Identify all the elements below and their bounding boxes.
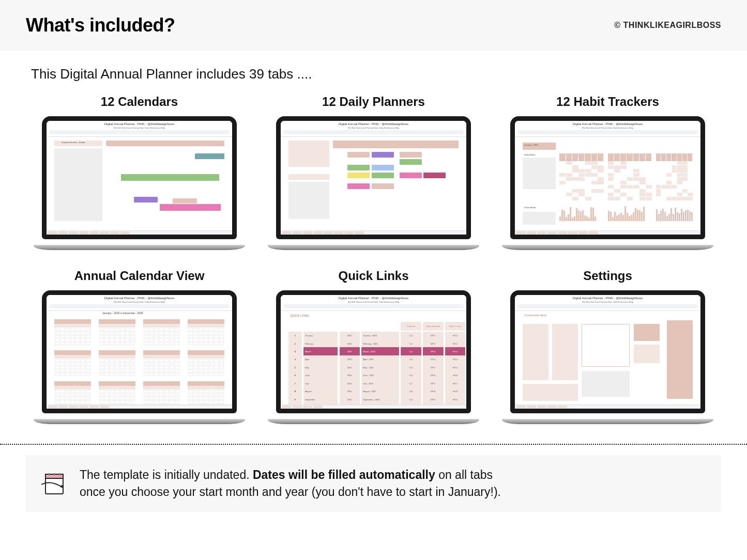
mini-calendar <box>188 381 225 405</box>
svg-point-4 <box>59 474 60 475</box>
toolbar <box>517 304 697 308</box>
habit-grid <box>559 161 604 200</box>
sheet-body: Quick Links CalendarDaily ScheduleHabit … <box>281 311 466 405</box>
habit-grid <box>608 161 652 200</box>
menu-bar: File Edit View Insert Format Data Tools … <box>517 301 697 303</box>
habit-section1: Daily Habits <box>524 153 535 156</box>
sheets-chrome: Digital Annual Planner - PINK - @thinkli… <box>515 121 700 137</box>
habit-section2: Other Habits <box>524 206 536 209</box>
laptop: Digital Annual Planner - PINK - @thinkli… <box>34 116 245 250</box>
mini-calendar <box>188 319 225 346</box>
sheet-tabs <box>47 230 232 235</box>
quicklinks-row: 5May2025May - 2025C-5DP-5HT-5 <box>288 363 459 371</box>
sheets-chrome: Digital Annual Planner - PINK - @thinkli… <box>515 295 700 311</box>
sheet-tabs <box>281 230 466 235</box>
sheets-chrome: Digital Annual Planner - PINK - @thinkli… <box>47 121 232 137</box>
laptop: Digital Annual Planner - PINK - @thinkli… <box>34 290 245 424</box>
card-annual: Annual Calendar View Digital Annual Plan… <box>34 269 245 424</box>
notepad-icon <box>40 469 69 498</box>
mini-calendar <box>143 381 180 405</box>
doc-title: Digital Annual Planner - PINK - @thinkli… <box>283 122 463 126</box>
doc-title: Digital Annual Planner - PINK - @thinkli… <box>49 122 229 126</box>
footer-text: The template is initially undated. Dates… <box>80 466 501 501</box>
sidebar-header: Important Events - Sorted <box>62 141 85 144</box>
doc-title: Digital Annual Planner - PINK - @thinkli… <box>283 297 463 300</box>
card-title: Annual Calendar View <box>34 269 245 283</box>
mini-calendar <box>143 319 180 346</box>
quicklinks-row: 3March2025March - 2025C-3DP-3HT-3 <box>288 347 459 355</box>
page-title: What's included? <box>26 14 175 36</box>
card-settings: Settings Digital Annual Planner - PINK -… <box>502 269 713 424</box>
page-header: What's included? © THINKLIKEAGIRLBOSS <box>0 0 747 51</box>
card-calendars: 12 Calendars Digital Annual Planner - PI… <box>34 95 245 250</box>
card-title: 12 Habit Trackers <box>502 95 713 109</box>
menu-bar: File Edit View Insert Format Data Tools … <box>517 127 697 129</box>
menu-bar: File Edit View Insert Format Data Tools … <box>283 301 463 303</box>
footer-line2: once you choose your start month and yea… <box>80 485 501 499</box>
card-title: Settings <box>502 269 713 283</box>
sheets-chrome: Digital Annual Planner - PINK - @thinkli… <box>281 121 466 137</box>
mini-calendar <box>143 350 180 377</box>
toolbar <box>49 304 229 308</box>
habit-chart <box>656 204 693 221</box>
mini-calendar <box>54 319 92 346</box>
habit-chart <box>559 204 604 221</box>
menu-bar: File Edit View Insert Format Data Tools … <box>49 301 229 303</box>
laptop: Digital Annual Planner - PINK - @thinkli… <box>502 290 713 424</box>
laptop: Digital Annual Planner - PINK - @thinkli… <box>268 116 479 250</box>
quicklinks-row: 2February2025February - 2025C-2DP-2HT-2 <box>288 339 459 348</box>
svg-point-3 <box>54 474 55 475</box>
toolbar <box>283 304 463 308</box>
sheet-body: January - 2025 to December - 2025 <box>47 311 232 405</box>
sheet-tabs <box>515 405 700 409</box>
doc-title: Digital Annual Planner - PINK - @thinkli… <box>517 122 697 126</box>
cards-grid: 12 Calendars Digital Annual Planner - PI… <box>0 95 747 424</box>
sheet-body: January - 2025 Daily Habits Other Habits <box>515 137 700 230</box>
copyright: © THINKLIKEAGIRLBOSS <box>614 21 721 30</box>
sheet-body <box>281 137 466 230</box>
sheets-chrome: Digital Annual Planner - PINK - @thinkli… <box>47 295 232 311</box>
habit-chart <box>608 204 652 221</box>
quicklinks-row: 6June2025June - 2025C-6DP-6HT-6 <box>288 371 459 380</box>
settings-heading: Customize Here <box>524 314 546 317</box>
doc-title: Digital Annual Planner - PINK - @thinkli… <box>517 297 697 300</box>
menu-bar: File Edit View Insert Format Data Tools … <box>49 127 229 129</box>
mini-calendar <box>188 350 225 377</box>
card-daily: 12 Daily Planners Digital Annual Planner… <box>268 95 479 250</box>
laptop: Digital Annual Planner - PINK - @thinkli… <box>268 290 479 424</box>
menu-bar: File Edit View Insert Format Data Tools … <box>283 127 463 129</box>
sheet-body: Important Events - Sorted <box>47 137 232 230</box>
doc-title: Digital Annual Planner - PINK - @thinkli… <box>49 297 229 300</box>
sheet-tabs <box>47 405 232 409</box>
quicklinks-row: 8August2025August - 2025C-8DP-8HT-8 <box>288 387 459 395</box>
quicklinks-row: 10October2025October - 2025C-10DP-10HT-1… <box>288 403 459 405</box>
quicklinks-row: 7July2025July - 2025C-7DP-7HT-7 <box>288 379 459 387</box>
footer-note: The template is initially undated. Dates… <box>26 455 721 512</box>
footer-post: on all tabs <box>435 468 493 481</box>
footer-bold: Dates will be filled automatically <box>253 468 435 481</box>
subtitle: This Digital Annual Planner includes 39 … <box>0 51 747 95</box>
card-title: 12 Daily Planners <box>268 95 479 109</box>
toolbar <box>283 130 463 134</box>
sheet-tabs <box>281 405 466 409</box>
annual-heading: January - 2025 to December - 2025 <box>102 312 143 315</box>
toolbar <box>517 130 697 134</box>
sheet-body: Customize Here <box>515 311 700 405</box>
mini-calendar <box>54 381 92 405</box>
quicklinks-row: 1January2025January - 2025C-1DP-1HT-1 <box>288 332 459 340</box>
sheets-chrome: Digital Annual Planner - PINK - @thinkli… <box>281 295 466 311</box>
habit-heading: January - 2025 <box>524 144 538 146</box>
quicklinks-heading: Quick Links <box>290 314 309 317</box>
quicklinks-row: 9September2025September - 2025C-9DP-9HT-… <box>288 395 459 403</box>
card-title: 12 Calendars <box>34 95 245 109</box>
toolbar <box>49 130 229 134</box>
divider <box>0 444 747 445</box>
mini-calendar <box>54 350 92 377</box>
quicklinks-row: 4April2025April - 2025C-4DP-4HT-4 <box>288 355 459 364</box>
habit-grid <box>656 161 693 200</box>
sheet-tabs <box>515 230 700 235</box>
card-quicklinks: Quick Links Digital Annual Planner - PIN… <box>268 269 479 424</box>
laptop: Digital Annual Planner - PINK - @thinkli… <box>502 116 713 250</box>
footer-pre: The template is initially undated. <box>80 468 253 481</box>
card-title: Quick Links <box>268 269 479 283</box>
